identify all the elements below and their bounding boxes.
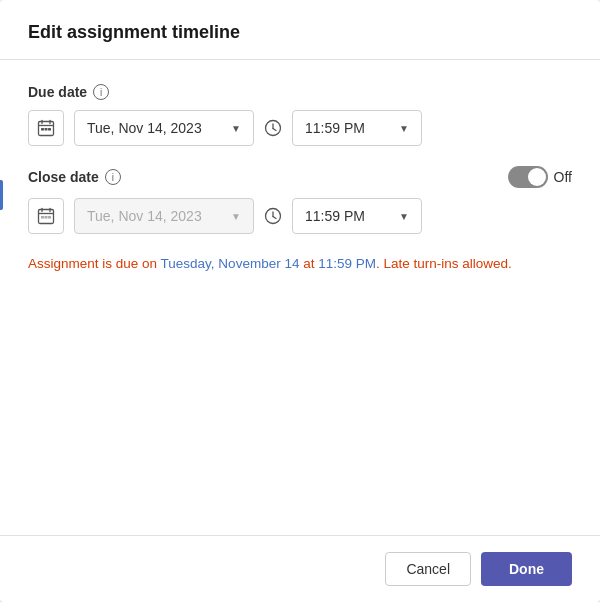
close-time-chevron-icon: ▼ xyxy=(399,211,409,222)
close-date-info-icon[interactable]: i xyxy=(105,169,121,185)
svg-rect-15 xyxy=(45,216,48,219)
close-date-picker[interactable]: Tue, Nov 14, 2023 ▼ xyxy=(74,198,254,234)
dialog-body: Due date i Tue, Nov 14, 2023 xyxy=(0,60,600,535)
svg-rect-16 xyxy=(48,216,51,219)
due-time-picker[interactable]: 11:59 PM ▼ xyxy=(292,110,422,146)
assignment-summary: Assignment is due on Tuesday, November 1… xyxy=(28,254,572,274)
svg-rect-4 xyxy=(41,128,44,131)
summary-text-after: . Late turn-ins allowed. xyxy=(376,256,512,271)
close-date-toggle-label: Off xyxy=(554,169,572,185)
svg-rect-6 xyxy=(48,128,51,131)
summary-date-link: Tuesday, November 14 xyxy=(161,256,300,271)
dialog-header: Edit assignment timeline xyxy=(0,0,600,60)
close-date-calendar-button[interactable] xyxy=(28,198,64,234)
close-date-section: Close date i Off xyxy=(28,166,572,234)
done-button[interactable]: Done xyxy=(481,552,572,586)
summary-time-link: 11:59 PM xyxy=(318,256,376,271)
edit-timeline-dialog: Edit assignment timeline Due date i xyxy=(0,0,600,602)
due-date-label-row: Due date i xyxy=(28,84,572,100)
svg-rect-14 xyxy=(41,216,44,219)
close-time-picker[interactable]: 11:59 PM ▼ xyxy=(292,198,422,234)
svg-rect-5 xyxy=(45,128,48,131)
close-date-label: Close date xyxy=(28,169,99,185)
due-date-chevron-icon: ▼ xyxy=(231,123,241,134)
close-date-value: Tue, Nov 14, 2023 xyxy=(87,208,202,224)
dialog-footer: Cancel Done xyxy=(0,535,600,602)
due-date-value: Tue, Nov 14, 2023 xyxy=(87,120,202,136)
summary-text-before: Assignment is due on xyxy=(28,256,161,271)
calendar-icon xyxy=(37,119,55,137)
due-date-section: Due date i Tue, Nov 14, 2023 xyxy=(28,84,572,146)
due-date-picker[interactable]: Tue, Nov 14, 2023 ▼ xyxy=(74,110,254,146)
due-date-calendar-button[interactable] xyxy=(28,110,64,146)
close-date-chevron-icon: ▼ xyxy=(231,211,241,222)
due-time-chevron-icon: ▼ xyxy=(399,123,409,134)
close-date-toggle[interactable] xyxy=(508,166,548,188)
close-date-controls: Tue, Nov 14, 2023 ▼ 11:59 PM ▼ xyxy=(28,198,572,234)
close-date-toggle-area: Off xyxy=(508,166,572,188)
close-calendar-icon xyxy=(37,207,55,225)
due-date-label: Due date xyxy=(28,84,87,100)
close-time-value: 11:59 PM xyxy=(305,208,365,224)
close-date-label-row: Close date i Off xyxy=(28,166,572,188)
due-date-controls: Tue, Nov 14, 2023 ▼ 11:59 PM ▼ xyxy=(28,110,572,146)
side-accent xyxy=(0,180,3,210)
close-date-label-group: Close date i xyxy=(28,169,502,185)
close-time-clock-icon xyxy=(264,207,282,225)
svg-line-19 xyxy=(273,217,276,219)
summary-text-mid: at xyxy=(299,256,318,271)
due-date-info-icon[interactable]: i xyxy=(93,84,109,100)
due-time-clock-icon xyxy=(264,119,282,137)
due-time-value: 11:59 PM xyxy=(305,120,365,136)
svg-line-9 xyxy=(273,129,276,131)
toggle-thumb xyxy=(528,168,546,186)
cancel-button[interactable]: Cancel xyxy=(385,552,471,586)
dialog-title: Edit assignment timeline xyxy=(28,22,572,43)
